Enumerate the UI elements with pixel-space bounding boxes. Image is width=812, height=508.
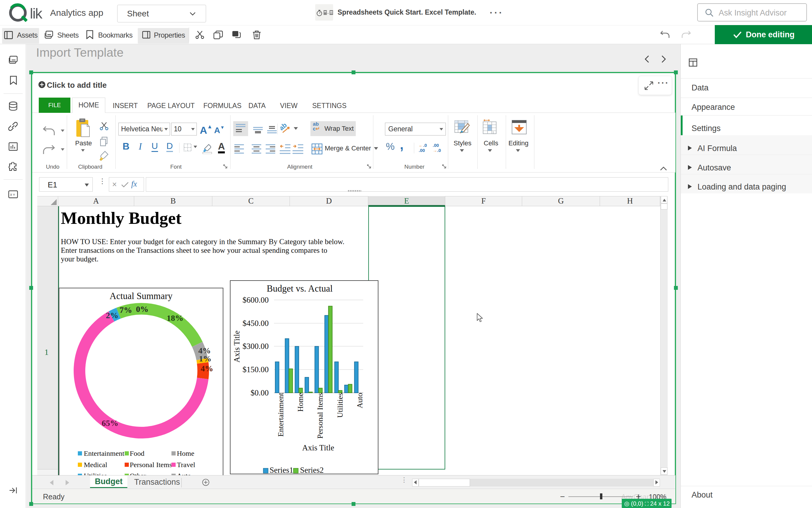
svg-text:$150.00: $150.00 <box>242 365 269 374</box>
svg-text:Home: Home <box>296 393 305 412</box>
svg-text:Axis Title: Axis Title <box>302 443 334 452</box>
svg-text:4%: 4% <box>201 364 213 373</box>
svg-text:0%: 0% <box>136 304 148 314</box>
svg-text:lik: lik <box>30 5 43 22</box>
svg-text:Series2: Series2 <box>300 466 324 475</box>
svg-text:$600.00: $600.00 <box>242 295 269 304</box>
svg-text:65%: 65% <box>102 418 118 428</box>
svg-text:Utilities: Utilities <box>336 393 344 418</box>
svg-text:Series1: Series1 <box>270 466 293 475</box>
svg-text:18%: 18% <box>167 313 183 323</box>
svg-text:$300.00: $300.00 <box>242 342 269 351</box>
svg-text:Axis Title: Axis Title <box>232 330 241 362</box>
svg-text:ab: ab <box>280 122 288 132</box>
svg-text:7%: 7% <box>120 305 132 314</box>
svg-text:x: x <box>10 192 12 197</box>
svg-text:$450.00: $450.00 <box>242 319 269 328</box>
svg-text:1%: 1% <box>199 354 211 363</box>
svg-text:2%: 2% <box>106 311 118 320</box>
svg-text:Auto: Auto <box>355 393 364 408</box>
svg-text:Entertainment: Entertainment <box>277 392 285 437</box>
svg-text:=: = <box>13 192 15 197</box>
svg-text:$0.00: $0.00 <box>250 388 269 397</box>
svg-text:Personal Items: Personal Items <box>316 393 325 439</box>
